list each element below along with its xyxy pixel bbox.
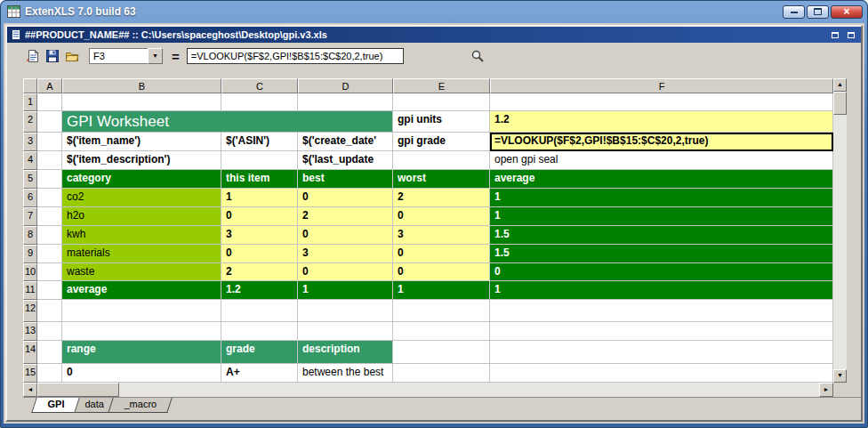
row-header-12[interactable]: 12 xyxy=(23,300,37,322)
column-header-E[interactable]: E xyxy=(393,78,490,93)
cell-A6[interactable] xyxy=(37,189,62,207)
cell-F2[interactable]: 1.2 xyxy=(490,111,833,133)
sheet-tab-gpi[interactable]: GPI xyxy=(31,398,79,413)
cell-E12[interactable] xyxy=(393,300,490,322)
window-titlebar[interactable]: ExtenXLS 7.0 build 63 × xyxy=(0,0,868,23)
cell-D8[interactable]: 0 xyxy=(298,226,393,245)
minimize-button[interactable] xyxy=(783,5,805,19)
cell-F3[interactable]: =VLOOKUP($F$2,GPI!$B$15:$C$20,2,true) xyxy=(490,133,833,151)
cell-E2[interactable]: gpi units xyxy=(393,111,490,133)
save-button[interactable] xyxy=(43,46,62,66)
open-file-button[interactable] xyxy=(62,46,82,66)
column-header-C[interactable]: C xyxy=(221,78,298,93)
cell-E13[interactable] xyxy=(393,322,490,341)
scroll-down-button[interactable]: ▼ xyxy=(833,369,847,383)
cell-E5[interactable]: worst xyxy=(393,170,490,189)
cell-A5[interactable] xyxy=(37,170,62,189)
sheet-tab-macro[interactable]: _macro xyxy=(108,398,173,413)
cell-A14[interactable] xyxy=(37,341,62,364)
row-header-13[interactable]: 13 xyxy=(23,322,37,341)
column-header-A[interactable]: A xyxy=(37,78,62,93)
cell-E9[interactable]: 0 xyxy=(393,245,490,263)
cell-E3[interactable]: gpi grade xyxy=(393,133,490,151)
select-all-corner[interactable] xyxy=(23,78,37,93)
vertical-scrollbar[interactable]: ▲ ▼ xyxy=(833,78,847,383)
chevron-down-icon[interactable]: ▼ xyxy=(148,48,163,64)
column-header-B[interactable]: B xyxy=(62,78,221,93)
scroll-right-button[interactable]: ► xyxy=(819,383,833,397)
cell-B8[interactable]: kwh xyxy=(62,226,221,245)
scroll-up-button[interactable]: ▲ xyxy=(833,78,847,92)
cell-reference-value[interactable]: F3 xyxy=(89,48,148,64)
row-header-5[interactable]: 5 xyxy=(23,170,37,189)
cell-B4[interactable]: $('item_description') xyxy=(62,151,221,170)
cell-D1[interactable] xyxy=(298,93,393,111)
vertical-scrollbar-thumb[interactable] xyxy=(833,92,847,115)
cell-D5[interactable]: best xyxy=(298,170,393,189)
cell-D3[interactable]: $('create_date' xyxy=(298,133,393,151)
cell-E1[interactable] xyxy=(393,93,490,111)
cell-F14[interactable] xyxy=(490,341,833,364)
cell-E14[interactable] xyxy=(393,341,490,364)
cell-A8[interactable] xyxy=(37,226,62,245)
cell-B15[interactable]: 0 xyxy=(62,364,221,383)
row-header-9[interactable]: 9 xyxy=(23,245,37,263)
cell-D13[interactable] xyxy=(298,322,393,341)
cell-D4[interactable]: $('last_update xyxy=(298,151,393,170)
cell-E15[interactable] xyxy=(393,364,490,383)
cell-A1[interactable] xyxy=(37,93,62,111)
cell-C8[interactable]: 3 xyxy=(221,226,298,245)
horizontal-scrollbar-track[interactable] xyxy=(119,383,819,397)
cell-C7[interactable]: 0 xyxy=(221,207,298,226)
cell-B1[interactable] xyxy=(62,93,221,111)
cell-E10[interactable]: 0 xyxy=(393,263,490,281)
horizontal-scrollbar[interactable]: ◄ ► xyxy=(23,383,833,397)
column-header-F[interactable]: F xyxy=(490,78,833,93)
column-header-D[interactable]: D xyxy=(298,78,393,93)
cell-A15[interactable] xyxy=(37,364,62,383)
row-header-1[interactable]: 1 xyxy=(23,93,37,111)
cell-D6[interactable]: 0 xyxy=(298,189,393,207)
row-header-8[interactable]: 8 xyxy=(23,226,37,245)
child-titlebar[interactable]: ##PRODUCT_NAME## :: C:\Users\spaceghost\… xyxy=(7,27,861,43)
cell-F6[interactable]: 1 xyxy=(490,189,833,207)
cell-D9[interactable]: 3 xyxy=(298,245,393,263)
cell-A9[interactable] xyxy=(37,245,62,263)
cell-B3[interactable]: $('item_name') xyxy=(62,133,221,151)
cell-A13[interactable] xyxy=(37,322,62,341)
row-header-3[interactable]: 3 xyxy=(23,133,37,151)
cell-D11[interactable]: 1 xyxy=(298,281,393,300)
row-header-14[interactable]: 14 xyxy=(23,341,37,364)
row-header-11[interactable]: 11 xyxy=(23,281,37,300)
cell-B5[interactable]: category xyxy=(62,170,221,189)
cell-B14[interactable]: range xyxy=(62,341,221,364)
child-restore-button[interactable] xyxy=(828,29,841,41)
cell-C5[interactable]: this item xyxy=(221,170,298,189)
cell-F13[interactable] xyxy=(490,322,833,341)
cell-C14[interactable]: grade xyxy=(221,341,298,364)
search-button[interactable] xyxy=(468,46,487,66)
cell-A11[interactable] xyxy=(37,281,62,300)
cell-C11[interactable]: 1.2 xyxy=(221,281,298,300)
cell-E8[interactable]: 3 xyxy=(393,226,490,245)
row-header-15[interactable]: 15 xyxy=(23,364,37,383)
row-header-4[interactable]: 4 xyxy=(23,151,37,170)
new-document-button[interactable] xyxy=(23,46,43,66)
child-maximize-button[interactable] xyxy=(844,29,857,41)
cell-C10[interactable]: 2 xyxy=(221,263,298,281)
cell-F7[interactable]: 1 xyxy=(490,207,833,226)
cell-F9[interactable]: 1.5 xyxy=(490,245,833,263)
cell-B6[interactable]: co2 xyxy=(62,189,221,207)
horizontal-scrollbar-thumb[interactable] xyxy=(37,383,119,397)
row-header-6[interactable]: 6 xyxy=(23,189,37,207)
scroll-left-button[interactable]: ◄ xyxy=(23,383,37,397)
cell-B13[interactable] xyxy=(62,322,221,341)
cell-E11[interactable]: 1 xyxy=(393,281,490,300)
cell-D10[interactable]: 0 xyxy=(298,263,393,281)
cell-E6[interactable]: 2 xyxy=(393,189,490,207)
cell-F8[interactable]: 1.5 xyxy=(490,226,833,245)
cell-B11[interactable]: average xyxy=(62,281,221,300)
formula-input[interactable] xyxy=(187,48,404,64)
cell-F4[interactable]: open gpi seal xyxy=(490,151,833,170)
cell-C13[interactable] xyxy=(221,322,298,341)
